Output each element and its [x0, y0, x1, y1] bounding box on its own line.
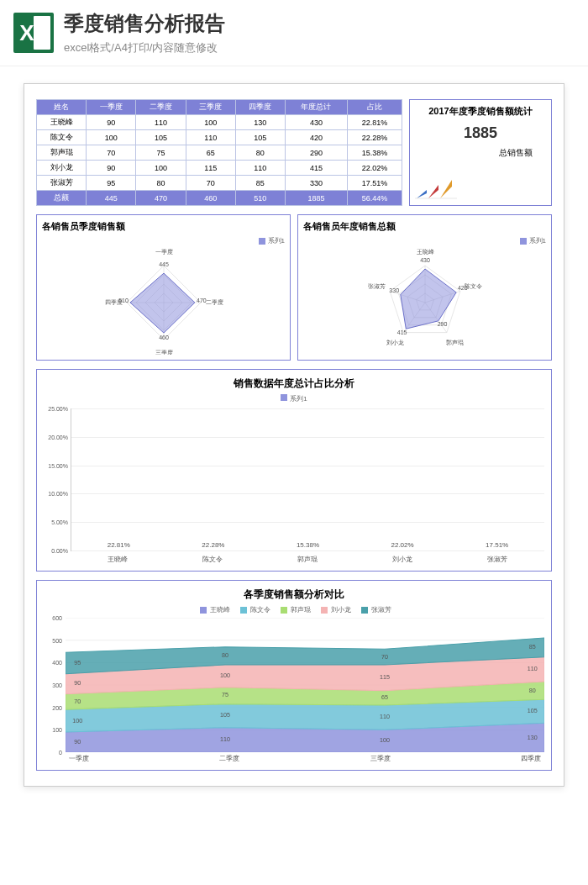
col-header: 四季度: [235, 100, 285, 115]
document-preview: 姓名一季度二季度三季度四季度年度总计占比 王晓峰9011010013043022…: [24, 83, 564, 787]
col-header: 一季度: [87, 100, 136, 115]
svg-text:110: 110: [528, 666, 538, 672]
svg-text:刘小龙: 刘小龙: [386, 340, 404, 345]
page-subtitle: excel格式/A4打印/内容随意修改: [64, 40, 575, 55]
radar-quarterly-panel: 各销售员季度销售额 系列1 一季度445二季度470三季度460四季度510: [36, 214, 291, 361]
svg-text:290: 290: [437, 321, 447, 327]
svg-text:95: 95: [74, 660, 81, 666]
col-header: 年度总计: [285, 100, 347, 115]
svg-text:470: 470: [197, 298, 207, 303]
svg-text:70: 70: [74, 698, 81, 704]
bar-chart-panel: 销售数据年度总计占比分析 系列1 0.00%5.00%10.00%15.00%2…: [36, 369, 552, 572]
bar: 22.02%: [377, 541, 428, 550]
svg-text:80: 80: [222, 652, 228, 658]
svg-text:510: 510: [118, 298, 129, 303]
svg-marker-8: [130, 273, 195, 333]
svg-text:90: 90: [74, 681, 81, 687]
svg-text:75: 75: [222, 693, 228, 698]
table-row: 刘小龙9010011511041522.02%: [37, 161, 402, 176]
svg-text:445: 445: [159, 261, 169, 267]
excel-icon: X: [13, 13, 54, 53]
svg-text:一季度: 一季度: [155, 249, 172, 255]
svg-text:100: 100: [220, 672, 230, 678]
radar1-title: 各销售员季度销售额: [42, 220, 285, 233]
table-row: 张淑芳9580708533017.51%: [37, 176, 402, 191]
col-header: 姓名: [37, 100, 87, 115]
total-row: 总额445470460510188556.44%: [37, 191, 402, 206]
radar-chart-2: 王晓峰430陈文令420郭声琨290刘小龙415张淑芳330: [333, 245, 517, 355]
svg-text:330: 330: [389, 287, 399, 293]
arrow-chart-icon: [415, 175, 457, 200]
bar-chart: 0.00%5.00%10.00%15.00%20.00%25.00% 22.81…: [71, 408, 544, 551]
svg-text:65: 65: [381, 694, 388, 700]
svg-text:三季度: 三季度: [155, 350, 172, 355]
sales-table: 姓名一季度二季度三季度四季度年度总计占比 王晓峰9011010013043022…: [36, 99, 402, 206]
svg-text:二季度: 二季度: [205, 299, 223, 305]
summary-value: 1885: [415, 124, 546, 142]
radar2-title: 各销售员年度销售总额: [303, 220, 546, 233]
svg-text:80: 80: [529, 687, 536, 693]
bar: 15.38%: [282, 541, 333, 550]
summary-box: 2017年度季度销售额统计 1885 总销售额: [409, 99, 552, 206]
svg-text:郭声琨: 郭声琨: [445, 340, 463, 345]
area-title: 各季度销售额分析对比: [44, 587, 544, 602]
bar: 17.51%: [472, 541, 522, 550]
page-title: 季度销售分析报告: [64, 10, 575, 37]
summary-label: 总销售额: [415, 147, 546, 159]
table-row: 王晓峰9011010013043022.81%: [37, 115, 402, 130]
col-header: 占比: [347, 100, 402, 115]
svg-marker-26: [400, 269, 455, 329]
svg-text:420: 420: [457, 285, 467, 291]
svg-text:王晓峰: 王晓峰: [416, 249, 433, 255]
area-legend: 王晓峰陈文令郭声琨刘小龙张淑芳: [44, 605, 544, 614]
svg-text:70: 70: [381, 654, 388, 660]
svg-text:105: 105: [528, 708, 538, 714]
bar-title: 销售数据年度总计占比分析: [44, 377, 544, 391]
radar-annual-panel: 各销售员年度销售总额 系列1 王晓峰430陈文令420郭声琨290刘小龙415张…: [297, 214, 552, 361]
svg-text:100: 100: [380, 738, 390, 744]
area-chart-panel: 各季度销售额分析对比 王晓峰陈文令郭声琨刘小龙张淑芳 0100200300400…: [36, 580, 552, 771]
svg-text:415: 415: [396, 329, 407, 335]
col-header: 二季度: [136, 100, 186, 115]
svg-text:110: 110: [380, 714, 390, 720]
bar: 22.28%: [188, 541, 239, 550]
svg-text:张淑芳: 张淑芳: [368, 283, 386, 289]
page-header: X 季度销售分析报告 excel格式/A4打印/内容随意修改: [0, 0, 588, 66]
svg-text:430: 430: [420, 257, 430, 263]
svg-text:130: 130: [528, 735, 538, 740]
table-row: 郭声琨7075658029015.38%: [37, 145, 402, 161]
col-header: 三季度: [186, 100, 235, 115]
svg-text:105: 105: [220, 713, 230, 719]
bar: 22.81%: [93, 541, 144, 550]
svg-text:90: 90: [74, 739, 81, 745]
svg-text:100: 100: [72, 718, 82, 724]
summary-title: 2017年度季度销售额统计: [415, 105, 546, 118]
area-chart: 0100200300400500600 90110100130100105110…: [66, 618, 544, 752]
svg-text:110: 110: [220, 736, 230, 742]
radar-chart-1: 一季度445二季度470三季度460四季度510: [71, 245, 256, 355]
svg-text:460: 460: [159, 335, 169, 340]
table-row: 陈文令10010511010542022.28%: [37, 130, 402, 145]
svg-text:115: 115: [380, 674, 390, 680]
svg-text:85: 85: [529, 644, 536, 650]
